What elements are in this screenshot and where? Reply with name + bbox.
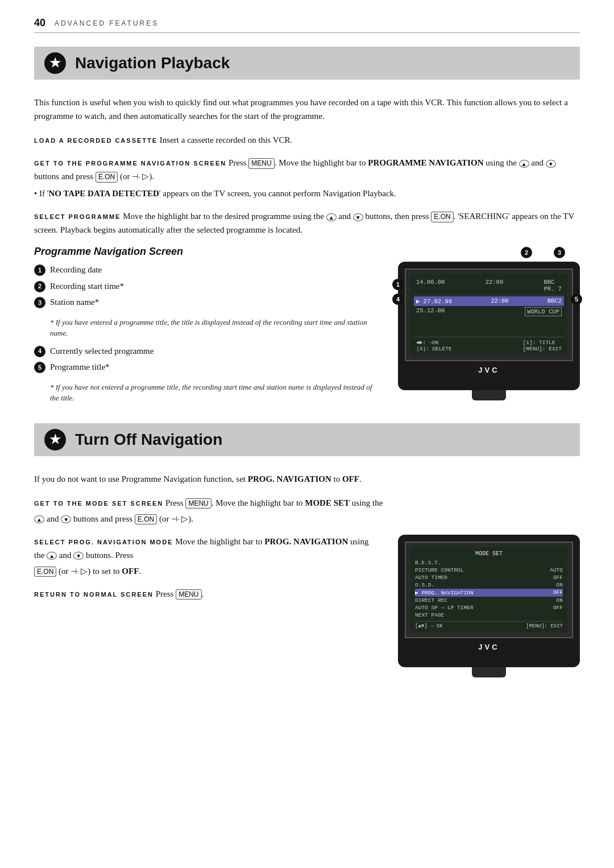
tv-outer-wrapper: 1 4 5 14.06.00 22:00 BBCPR. 7 — [398, 262, 580, 400]
mode-set-tv-screen: MODE SET B.E.S.T. PICTURE CONTROLAUTO AU… — [405, 542, 573, 638]
tv-footer-right: [1]: TITLE[MENU]: EXIT — [523, 340, 562, 352]
mode-set-tv-outer: MODE SET B.E.S.T. PICTURE CONTROLAUTO AU… — [398, 535, 580, 667]
arrow-up2-icon: ▲ — [326, 213, 337, 221]
tv-row1-mid: 22:00 — [486, 279, 504, 292]
arrow-up-icon: ▲ — [519, 160, 529, 168]
callout-4: 4 — [392, 294, 404, 305]
step-load-text: Insert a cassette recorded on this VCR. — [160, 135, 292, 144]
item-2-text: Recording start time* — [50, 280, 124, 293]
mode-set-row-direct-rec: DIRECT RECON — [415, 597, 563, 604]
section1-header: ★ Navigation Playback — [34, 47, 580, 80]
tv-brand-1: JVC — [405, 366, 573, 374]
step-return-label: Return to normal screen — [34, 591, 154, 598]
mode-set-row-auto-sp: AUTO SP → LP TIMEROFF — [415, 604, 563, 611]
callout-1: 1 — [392, 279, 404, 290]
list-item-1: 1 Recording date — [34, 263, 381, 276]
programme-nav-list-2: 4 Currently selected programme 5 Program… — [34, 345, 381, 374]
mode-set-row-auto-timer: AUTO TIMEROFF — [415, 574, 563, 581]
mode-set-continuation: ▲ and ▼ buttons and press E.ON (or ⊣· ▷)… — [34, 512, 580, 526]
tv-row3-right: WORLD CUP — [525, 307, 562, 316]
arrow-down3-icon: ▼ — [61, 515, 71, 523]
prog-nav-continuation: E.ON (or ⊣· ▷) to set to OFF. — [34, 564, 381, 578]
section2-header: ★ Turn Off Navigation — [34, 423, 580, 456]
tv-row3-left: 25.12.00 — [416, 307, 445, 316]
step-select-prog-label: Select prog. navigation mode — [34, 539, 173, 545]
page-container: 40 ADVANCED FEATURES ★ Navigation Playba… — [0, 0, 614, 712]
step-mode-set: Get to the mode set screen Press MENU. M… — [34, 496, 580, 526]
note-5: * If you have not entered a programme ti… — [50, 382, 381, 404]
arrow-down-icon: ▼ — [546, 160, 556, 168]
ok-key: E.ON — [96, 172, 118, 183]
tv-stand-2 — [472, 667, 506, 677]
section1-icon: ★ — [44, 52, 66, 74]
programme-nav-section: Programme Navigation Screen 1 Recording … — [34, 246, 580, 406]
tv-divider — [414, 295, 564, 295]
tv-row-3: 25.12.00 WORLD CUP — [414, 306, 564, 317]
tv-brand-2: JVC — [405, 643, 573, 651]
step-load-label: Load a recorded cassette — [34, 137, 157, 144]
menu-key3: MENU — [176, 589, 201, 600]
step-get-nav-label: Get to the programme navigation screen — [34, 160, 226, 167]
tv-screen: 14.06.00 22:00 BBCPR. 7 ▶ 27.02.99 22:00… — [405, 268, 573, 361]
tv-empty-space — [414, 317, 564, 333]
page-header-title: ADVANCED FEATURES — [55, 19, 159, 27]
ok-key3: E.ON — [135, 514, 157, 525]
arrow-up4-icon: ▲ — [47, 552, 57, 560]
callout-5: 5 — [571, 294, 582, 305]
mode-set-footer-left: [▲▼] → OK — [415, 623, 443, 629]
callout-area-top: 2 3 — [398, 246, 580, 258]
programme-nav-left: Programme Navigation Screen 1 Recording … — [34, 246, 381, 406]
item-4-text: Currently selected programme — [50, 345, 154, 358]
callout-3: 3 — [554, 247, 565, 258]
mode-set-row-next-page: NEXT PAGE — [415, 611, 563, 619]
list-item-4: 4 Currently selected programme — [34, 345, 381, 358]
mode-set-row-best: B.E.S.T. — [415, 559, 563, 567]
list-item-5: 5 Programme title* — [34, 361, 381, 374]
step-select-programme: Select programme Move the highlight bar … — [34, 209, 580, 237]
section2-title: Turn Off Navigation — [75, 431, 222, 449]
mode-set-row-picture: PICTURE CONTROLAUTO — [415, 567, 563, 574]
tv-row-2: ▶ 27.02.99 22:00 BBC2 — [414, 296, 564, 306]
tv-footer: ◄►: →OK|X|: DELETE [1]: TITLE[MENU]: EXI… — [414, 337, 564, 352]
callout-2: 2 — [521, 247, 532, 258]
mode-set-screen: MODE SET B.E.S.T. PICTURE CONTROLAUTO AU… — [410, 547, 567, 633]
step-return-text: Press MENU. — [156, 589, 204, 598]
section2-intro: If you do not want to use Programme Navi… — [34, 472, 580, 486]
no-tape-note: • If 'NO TAPE DATA DETECTED' appears on … — [34, 187, 580, 200]
tv-row-1: 14.06.00 22:00 BBCPR. 7 — [414, 278, 564, 294]
tv-footer-left: ◄►: →OK|X|: DELETE — [416, 340, 452, 352]
turn-off-nav-section: Select prog. navigation mode Move the hi… — [34, 535, 580, 677]
step-load-cassette: Load a recorded cassette Insert a casset… — [34, 133, 580, 147]
section2-icon: ★ — [44, 429, 66, 450]
mode-set-title: MODE SET — [415, 551, 563, 557]
tv-row1-right: BBCPR. 7 — [544, 279, 562, 292]
item-3-text: Station name* — [50, 296, 99, 309]
tv-row1-left: 14.06.00 — [416, 279, 445, 292]
arrow-down2-icon: ▼ — [353, 213, 363, 221]
step-get-nav-screen: Get to the programme navigation screen P… — [34, 156, 580, 200]
arrow-up3-icon: ▲ — [34, 515, 44, 523]
mode-set-tv-wrapper: MODE SET B.E.S.T. PICTURE CONTROLAUTO AU… — [398, 535, 580, 677]
mode-set-row-osd: O.S.D.ON — [415, 581, 563, 589]
page-number: 40 — [34, 17, 45, 29]
tv-row2-left: ▶ 27.02.99 — [416, 297, 452, 305]
ok-key2: E.ON — [431, 212, 453, 222]
page-header: 40 ADVANCED FEATURES — [34, 17, 580, 33]
section1-intro: This function is useful when you wish to… — [34, 96, 580, 123]
tv-row2-right: BBC2 — [547, 297, 562, 305]
tv-screen-inner: 14.06.00 22:00 BBCPR. 7 ▶ 27.02.99 22:00… — [410, 274, 567, 356]
tv-outer: 14.06.00 22:00 BBCPR. 7 ▶ 27.02.99 22:00… — [398, 262, 580, 390]
tv-diagram-col: 2 3 1 4 5 14.06.00 2 — [398, 246, 580, 406]
step-mode-set-text: Press MENU. Move the highlight bar to MO… — [165, 498, 383, 507]
section1-title: Navigation Playback — [75, 54, 230, 72]
subsection-title: Programme Navigation Screen — [34, 246, 381, 258]
ok-key4: E.ON — [34, 567, 56, 577]
step-select-prog-nav: Select prog. navigation mode Move the hi… — [34, 535, 381, 578]
tv-row2-mid: 22:00 — [491, 297, 509, 305]
mode-set-footer-right: [MENU]: EXIT — [526, 623, 563, 629]
tv-stand-1 — [472, 390, 506, 400]
item-5-text: Programme title* — [50, 361, 110, 374]
menu-key2: MENU — [185, 498, 211, 509]
programme-nav-list: 1 Recording date 2 Recording start time*… — [34, 263, 381, 309]
menu-key: MENU — [248, 158, 274, 169]
